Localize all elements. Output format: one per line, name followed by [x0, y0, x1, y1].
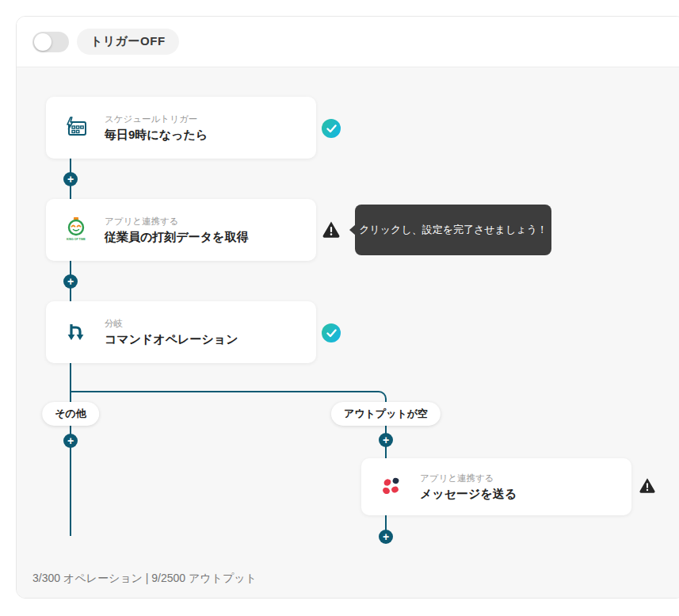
message-app-icon	[377, 473, 406, 501]
workflow-editor-card: トリガーOFF スケジュールトリガー	[16, 16, 679, 599]
node-title: メッセージを送る	[420, 487, 517, 502]
node-type-label: スケジュールトリガー	[105, 113, 208, 125]
node-type-label: アプリと連携する	[420, 473, 517, 484]
setup-tooltip: クリックし、設定を完了させましょう！	[355, 205, 551, 255]
node-title: 毎日9時になったら	[105, 128, 208, 143]
usage-status-text: 3/300 オペレーション | 9/2500 アウトプット	[32, 572, 257, 586]
calendar-lightning-icon	[62, 113, 90, 142]
add-operation-button[interactable]: +	[63, 172, 78, 186]
trigger-topbar: トリガーOFF	[17, 17, 679, 67]
tooltip-text: クリックし、設定を完了させましょう！	[359, 223, 547, 237]
add-operation-button[interactable]: +	[63, 274, 78, 289]
add-operation-button[interactable]: +	[379, 530, 393, 544]
branch-label-output-empty[interactable]: アウトプットが空	[331, 402, 441, 426]
branch-fork-icon	[62, 318, 90, 346]
warning-icon	[639, 476, 658, 495]
node-texts: 分岐 コマンドオペレーション	[105, 318, 238, 347]
workflow-canvas: スケジュールトリガー 毎日9時になったら + KING OF TIME	[17, 67, 679, 599]
warning-icon	[322, 220, 341, 239]
check-complete-icon	[322, 323, 341, 342]
add-operation-button[interactable]: +	[379, 433, 393, 447]
node-branch-command[interactable]: 分岐 コマンドオペレーション	[46, 301, 316, 363]
node-type-label: アプリと連携する	[105, 216, 248, 228]
node-texts: アプリと連携する メッセージを送る	[420, 473, 517, 502]
node-title: 従業員の打刻データを取得	[105, 230, 248, 245]
node-get-timeclock-data[interactable]: KING OF TIME アプリと連携する 従業員の打刻データを取得	[46, 199, 316, 261]
branch-label-others[interactable]: その他	[42, 402, 99, 426]
node-texts: アプリと連携する 従業員の打刻データを取得	[105, 216, 248, 245]
add-operation-button[interactable]: +	[63, 434, 78, 448]
node-send-message[interactable]: アプリと連携する メッセージを送る	[361, 458, 631, 515]
kingoftime-app-icon: KING OF TIME	[62, 216, 90, 244]
trigger-toggle[interactable]	[32, 32, 69, 52]
trigger-status-badge: トリガーOFF	[77, 29, 179, 55]
node-title: コマンドオペレーション	[105, 332, 238, 347]
toggle-knob-icon	[34, 33, 51, 51]
node-type-label: 分岐	[105, 318, 238, 330]
node-texts: スケジュールトリガー 毎日9時になったら	[105, 113, 208, 143]
node-schedule-trigger[interactable]: スケジュールトリガー 毎日9時になったら	[46, 97, 316, 159]
check-complete-icon	[322, 119, 341, 138]
svg-text:KING OF TIME: KING OF TIME	[67, 238, 86, 241]
